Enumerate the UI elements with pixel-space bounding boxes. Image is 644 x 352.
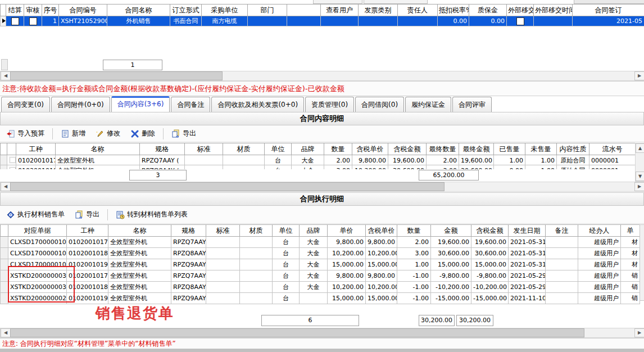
content-row[interactable]: 0102001018 全效型室外机 RPZQ8AAY ( 台 大金 3.00 1… bbox=[1, 165, 636, 170]
scroll-thumb[interactable] bbox=[10, 71, 223, 80]
column-header: 采购单位 bbox=[202, 4, 248, 16]
content-header-row: 工种 名称 规格 标准 材质 单位 品牌 数量 含税单价 含税金额 最终数量 最… bbox=[1, 143, 636, 155]
execution-row[interactable]: CLXSD170000010 0102001019 全效型室外机 RPZQ9AA… bbox=[1, 259, 640, 270]
tree-expander-icon[interactable] bbox=[10, 167, 16, 170]
scroll-down-button[interactable]: ▼ bbox=[636, 172, 644, 181]
column-header: 订立形式 bbox=[170, 4, 202, 16]
contracts-record-count-box: 1 bbox=[103, 60, 162, 70]
row-marker-header bbox=[1, 4, 6, 16]
grid-cell: 10,200.00 bbox=[366, 282, 397, 293]
scroll-thumb[interactable] bbox=[10, 182, 445, 191]
scroll-right-button[interactable]: ▶ bbox=[634, 328, 644, 337]
execution-row[interactable]: CLXSD170000010 0102001018 全效型室外机 RPZQ8AA… bbox=[1, 248, 640, 259]
grid-cell: 南方电缆 bbox=[202, 16, 248, 26]
tab-contract-receipts-invoices[interactable]: 合同收款及相关发票(0+0) bbox=[211, 97, 304, 112]
column-header: 已售量 bbox=[494, 143, 525, 155]
grid-cell: 2021-05 bbox=[573, 16, 644, 26]
scroll-right-button[interactable]: ▶ bbox=[634, 71, 644, 80]
execution-total-amount-box: 30,200.00 bbox=[419, 315, 455, 326]
import-budget-button[interactable]: 导入预算 bbox=[2, 127, 48, 141]
grid-cell: 10,200.00 bbox=[328, 282, 366, 293]
grid-cell: RPZQ9AAY bbox=[171, 259, 206, 270]
tab-contract-content[interactable]: 合同内容(3+6) bbox=[111, 96, 170, 112]
tab-contract-borrow[interactable]: 合同借阅(0) bbox=[355, 97, 404, 112]
tree-expander-icon[interactable] bbox=[10, 157, 16, 163]
tab-contract-remark[interactable]: 合同备注 bbox=[171, 97, 210, 112]
grid-cell: 3.00 bbox=[427, 165, 459, 170]
column-header: 查看用户 bbox=[321, 4, 359, 16]
grid-cell bbox=[206, 293, 240, 304]
grid-cell: 15,000.00 bbox=[366, 259, 397, 270]
execution-export-button[interactable]: 导出 bbox=[71, 207, 103, 222]
grid-cell: RPZQ7AAY bbox=[171, 270, 206, 282]
tab-contract-review[interactable]: 合同评审 bbox=[452, 97, 492, 112]
column-header: 标准 bbox=[185, 143, 223, 155]
column-header: 最终数量 bbox=[427, 143, 459, 155]
grid-cell: 大金 bbox=[300, 259, 328, 270]
execution-mapping-note: 注意: 合同执行明细对应“材料管理”菜单中的“材料销售单” bbox=[0, 338, 644, 350]
execution-vscrollbar[interactable] bbox=[640, 224, 644, 301]
add-button[interactable]: 新增 bbox=[57, 127, 89, 141]
row-selector bbox=[1, 282, 8, 293]
execution-row[interactable]: XSTKD200000002 0102001019 全效型室外机 RPZQ9AA… bbox=[1, 293, 640, 304]
grid-cell: 10,200.00 bbox=[352, 165, 388, 170]
grid-cell: 1.00 bbox=[525, 165, 557, 170]
column-header: 名称 bbox=[108, 225, 171, 237]
audit-checkbox[interactable] bbox=[29, 17, 37, 25]
scroll-up-button[interactable]: ▲ bbox=[636, 143, 644, 153]
content-grid: 工种 名称 规格 标准 材质 单位 品牌 数量 含税单价 含税金额 最终数量 最… bbox=[0, 143, 636, 166]
tab-contract-attachment[interactable]: 合同附件(0+0) bbox=[51, 97, 110, 112]
row-selector bbox=[1, 248, 8, 259]
content-vscrollbar: ▲ ▼ bbox=[635, 143, 644, 182]
column-header: 材质 bbox=[223, 143, 265, 155]
grid-cell: 全效型室外机 bbox=[56, 165, 140, 170]
grid-cell: 19,600.00 bbox=[471, 237, 509, 248]
scroll-left-button[interactable]: ◀ bbox=[1, 71, 11, 80]
settle-checkbox[interactable] bbox=[11, 17, 19, 25]
contract-row-selected[interactable]: 1 XSHT210529001 外机销售 书面合同 南方电缆 0.00 0.00… bbox=[1, 16, 644, 26]
delete-button[interactable]: 删除 bbox=[126, 127, 159, 141]
column-header: 单位 bbox=[273, 225, 300, 237]
external-transfer-checkbox[interactable] bbox=[516, 17, 524, 25]
grid-cell bbox=[206, 259, 240, 270]
scroll-left-button[interactable]: ◀ bbox=[1, 328, 11, 337]
grid-cell: -9,800.00 bbox=[471, 270, 509, 282]
tab-qualification-management[interactable]: 资质管理(0) bbox=[305, 97, 354, 112]
grid-cell: 30,600.00 bbox=[471, 248, 509, 259]
grid-cell bbox=[300, 293, 328, 304]
execution-row[interactable]: CLXSD170000010 0102001017 全效型室外机 RPZQ7AA… bbox=[1, 237, 640, 248]
toolbar-separator bbox=[107, 209, 108, 220]
scroll-left-button[interactable]: ◀ bbox=[1, 182, 11, 191]
row-selector bbox=[1, 293, 8, 304]
grid-cell: 全效型室外机 bbox=[108, 282, 171, 293]
grid-cell: 材 bbox=[621, 237, 640, 248]
grid-cell bbox=[546, 282, 578, 293]
column-header: 品牌 bbox=[292, 143, 324, 155]
column-header: 发票类别 bbox=[359, 4, 398, 16]
column-header: 含税金额 bbox=[471, 225, 509, 237]
modify-button[interactable]: 修改 bbox=[92, 127, 124, 141]
grid-cell: 0.00 bbox=[438, 16, 469, 26]
column-header: 合同编号 bbox=[59, 4, 107, 16]
grid-cell bbox=[240, 270, 273, 282]
execute-sales-order-button[interactable]: 执行材料销售单 bbox=[2, 207, 69, 222]
grid-cell bbox=[240, 259, 273, 270]
column-header: 内容性质 bbox=[557, 143, 589, 155]
content-toolbar: 导入预算 新增 修改 删除 导出 bbox=[0, 125, 644, 142]
execution-row[interactable]: XSTKD200000003 0102001018 全效型室外机 RPZQ8AA… bbox=[1, 282, 640, 293]
column-header: 单位 bbox=[265, 143, 292, 155]
column-header: 材质 bbox=[240, 225, 273, 237]
content-export-button[interactable]: 导出 bbox=[167, 127, 200, 141]
scroll-thumb[interactable] bbox=[10, 328, 584, 337]
grid-cell: 超级用户 bbox=[578, 248, 621, 259]
content-total-box: 65,200.00 bbox=[419, 170, 479, 180]
tab-contract-change[interactable]: 合同变更(0) bbox=[1, 97, 50, 112]
grid-cell bbox=[240, 237, 273, 248]
execution-row[interactable]: XSTKD200000003 0102001017 全效型室外机 RPZQ7AA… bbox=[1, 270, 640, 282]
tab-performance-bond[interactable]: 履约保证金 bbox=[405, 97, 451, 112]
row-selector-header bbox=[1, 143, 7, 155]
goto-sales-order-list-button[interactable]: 转到材料销售单列表 bbox=[112, 207, 192, 222]
grid-cell: 超级用户 bbox=[578, 293, 621, 304]
scroll-right-button[interactable]: ▶ bbox=[634, 182, 644, 191]
execution-record-count-box: 6 bbox=[261, 315, 359, 326]
